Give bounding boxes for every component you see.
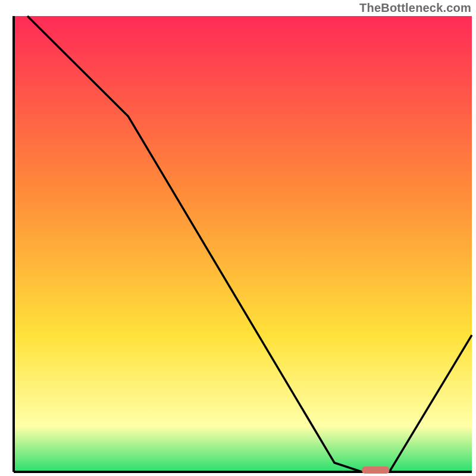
plot-background [14,16,472,472]
chart-container: TheBottleneck.com [0,0,476,476]
optimal-range-marker [362,466,389,474]
bottleneck-chart [0,0,476,476]
